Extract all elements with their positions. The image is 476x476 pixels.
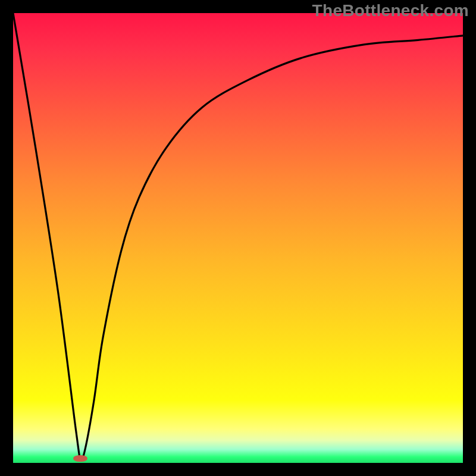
watermark-text: TheBottleneck.com bbox=[312, 1, 469, 20]
plot-area bbox=[13, 13, 463, 463]
optimal-marker bbox=[73, 455, 87, 462]
curve-layer bbox=[13, 13, 463, 463]
chart-frame: TheBottleneck.com bbox=[0, 0, 476, 476]
bottleneck-curve bbox=[13, 13, 463, 460]
